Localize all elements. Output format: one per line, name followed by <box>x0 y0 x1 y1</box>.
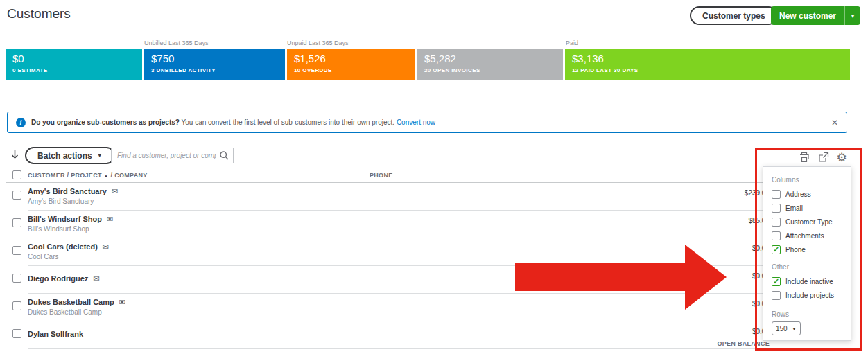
checkbox[interactable]: ✓ <box>772 245 781 254</box>
column-option-attachments[interactable]: ✓ Attachments <box>772 229 842 242</box>
option-label: Address <box>785 191 811 198</box>
print-icon[interactable] <box>798 151 810 163</box>
money-segment-estimates[interactable]: $0 0 ESTIMATE <box>6 49 142 80</box>
group-label-unbilled: Unbilled Last 365 Days <box>144 39 209 46</box>
column-header-phone[interactable]: PHONE <box>370 172 393 179</box>
segment-label: 3 UNBILLED ACTIVITY <box>151 67 278 73</box>
segment-label: 10 OVERDUE <box>294 67 408 73</box>
segment-label: 0 ESTIMATE <box>12 67 135 73</box>
option-label: Attachments <box>785 232 824 240</box>
new-customer-label[interactable]: New customer <box>771 6 844 25</box>
banner-question: Do you organize sub-customers as project… <box>31 118 180 126</box>
row-checkbox[interactable] <box>12 191 21 200</box>
customer-name-text: Dukes Basketball Camp <box>28 298 114 306</box>
table-row[interactable]: Dylan Sollfrank✉ $0.00 <box>0 321 868 349</box>
close-icon[interactable]: ✕ <box>831 118 838 127</box>
checkbox[interactable]: ✓ <box>772 190 781 199</box>
select-all-checkbox[interactable] <box>12 170 21 179</box>
customer-name-text: Bill's Windsurf Shop <box>28 215 102 223</box>
money-segment-overdue[interactable]: $1,526 10 OVERDUE <box>287 49 415 80</box>
other-option-include-projects[interactable]: ✓ Include projects <box>772 288 842 302</box>
customer-name-text: Diego Rodriguez <box>28 274 88 283</box>
customer-company: Bill's Windsurf Shop <box>28 225 89 233</box>
customer-types-button[interactable]: Customer types <box>690 6 778 25</box>
envelope-icon: ✉ <box>103 242 109 251</box>
table-row[interactable]: Dukes Basketball Camp✉ Dukes Basketball … <box>0 294 868 321</box>
envelope-icon: ✉ <box>112 187 118 195</box>
chevron-down-icon: ▼ <box>792 326 797 331</box>
column-header-customer[interactable]: CUSTOMER / PROJECT ▲ / COMPANY <box>28 172 148 179</box>
group-label-unpaid: Unpaid Last 365 Days <box>287 39 349 46</box>
money-segment-open-invoices[interactable]: $5,282 20 OPEN INVOICES <box>417 49 563 80</box>
checkbox[interactable]: ✓ <box>772 231 781 240</box>
search-input[interactable] <box>112 148 219 163</box>
column-option-address[interactable]: ✓ Address <box>772 187 842 201</box>
segment-label: 12 PAID LAST 30 DAYS <box>572 67 843 73</box>
projects-info-banner: i Do you organize sub-customers as proje… <box>7 112 847 133</box>
envelope-icon: ✉ <box>93 274 99 283</box>
checkbox[interactable]: ✓ <box>772 218 781 227</box>
customer-types-label: Customer types <box>702 11 765 21</box>
checkbox[interactable]: ✓ <box>772 277 781 286</box>
customer-name[interactable]: Cool Cars (deleted)✉ <box>28 242 109 251</box>
option-label: Include projects <box>785 292 834 299</box>
money-segment-paid[interactable]: $3,136 12 PAID LAST 30 DAYS <box>565 49 850 80</box>
sort-ascending-icon[interactable]: ▲ <box>104 173 109 178</box>
table-row[interactable]: Diego Rodriguez✉ $0.00 <box>0 266 868 294</box>
customer-company: Amy's Bird Sanctuary <box>28 197 94 205</box>
segment-amount: $5,282 <box>424 53 556 64</box>
customer-name[interactable]: Amy's Bird Sanctuary✉ <box>28 187 118 196</box>
chevron-down-icon: ▼ <box>97 152 103 159</box>
customer-company: Cool Cars <box>28 253 58 260</box>
batch-actions-button[interactable]: Batch actions ▼ <box>25 147 115 164</box>
column-option-customer-type[interactable]: ✓ Customer Type <box>772 215 842 229</box>
table-row[interactable]: Amy's Bird Sanctuary✉ Amy's Bird Sanctua… <box>0 183 868 211</box>
table-settings-panel: Columns ✓ Address ✓ Email ✓ Customer Typ… <box>763 166 851 341</box>
batch-actions-label: Batch actions <box>37 151 92 161</box>
arrow-down-icon[interactable] <box>10 150 20 164</box>
checkbox[interactable]: ✓ <box>772 291 781 300</box>
search-icon <box>219 150 229 161</box>
info-icon: i <box>16 118 26 127</box>
customer-project-label: CUSTOMER / PROJECT <box>28 172 102 179</box>
customer-search <box>111 148 234 163</box>
customer-name[interactable]: Dylan Sollfrank✉ <box>28 330 83 338</box>
money-segment-unbilled[interactable]: $750 3 UNBILLED ACTIVITY <box>144 49 285 80</box>
envelope-icon: ✉ <box>107 215 113 223</box>
row-checkbox[interactable] <box>12 218 21 227</box>
customer-name[interactable]: Bill's Windsurf Shop✉ <box>28 215 113 224</box>
table-row[interactable]: Cool Cars (deleted)✉ Cool Cars $0.00 <box>0 238 868 266</box>
check-icon: ✓ <box>773 278 779 285</box>
option-label: Phone <box>785 246 806 254</box>
export-icon[interactable] <box>817 151 830 163</box>
rows-value: 150 <box>776 325 788 333</box>
row-checkbox[interactable] <box>12 274 21 283</box>
other-option-include-inactive[interactable]: ✓ Include inactive <box>772 274 842 288</box>
row-checkbox[interactable] <box>12 246 21 255</box>
row-divider <box>28 348 770 349</box>
option-label: Include inactive <box>785 278 833 285</box>
convert-now-link[interactable]: Convert now <box>397 118 435 126</box>
gear-icon[interactable]: ⚙ <box>835 151 848 163</box>
group-label-paid: Paid <box>566 39 578 46</box>
column-option-email[interactable]: ✓ Email <box>772 201 842 215</box>
table-row[interactable]: Bill's Windsurf Shop✉ Bill's Windsurf Sh… <box>0 211 868 238</box>
checkbox[interactable]: ✓ <box>772 204 781 213</box>
row-checkbox[interactable] <box>12 329 21 338</box>
customer-name[interactable]: Dukes Basketball Camp✉ <box>28 298 125 307</box>
column-option-phone[interactable]: ✓ Phone <box>772 242 842 256</box>
customer-name[interactable]: Diego Rodriguez✉ <box>28 274 100 283</box>
segment-amount: $3,136 <box>572 53 843 64</box>
envelope-icon: ✉ <box>119 298 125 306</box>
segment-amount: $0 <box>12 53 135 64</box>
gear-glyph: ⚙ <box>836 152 847 163</box>
chevron-down-icon[interactable]: ▾ <box>845 6 860 25</box>
row-checkbox[interactable] <box>12 301 21 310</box>
rows-per-page-select[interactable]: 150 ▼ <box>772 321 801 335</box>
new-customer-button[interactable]: New customer ▾ <box>771 6 860 25</box>
banner-text: Do you organize sub-customers as project… <box>31 118 435 126</box>
customer-name-text: Dylan Sollfrank <box>28 330 83 338</box>
money-bar: $0 0 ESTIMATE $750 3 UNBILLED ACTIVITY $… <box>6 49 850 80</box>
option-label: Email <box>785 204 803 212</box>
check-icon: ✓ <box>773 246 779 254</box>
